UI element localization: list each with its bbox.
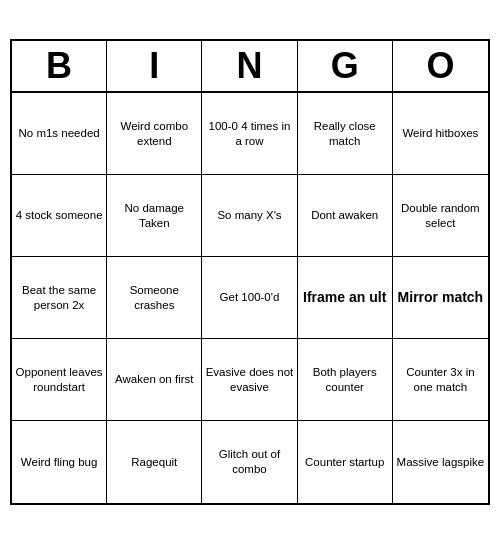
- bingo-cell-5[interactable]: 4 stock someone: [12, 175, 107, 257]
- header-letter-O: O: [393, 41, 488, 91]
- bingo-grid: No m1s neededWeird combo extend100-0 4 t…: [12, 93, 488, 503]
- bingo-cell-21[interactable]: Ragequit: [107, 421, 202, 503]
- bingo-cell-12[interactable]: Get 100-0'd: [202, 257, 297, 339]
- bingo-cell-16[interactable]: Awaken on first: [107, 339, 202, 421]
- header-letter-N: N: [202, 41, 297, 91]
- bingo-cell-15[interactable]: Opponent leaves roundstart: [12, 339, 107, 421]
- bingo-cell-20[interactable]: Weird fling bug: [12, 421, 107, 503]
- bingo-cell-6[interactable]: No damage Taken: [107, 175, 202, 257]
- bingo-cell-19[interactable]: Counter 3x in one match: [393, 339, 488, 421]
- bingo-cell-3[interactable]: Really close match: [298, 93, 393, 175]
- bingo-cell-14[interactable]: Mirror match: [393, 257, 488, 339]
- bingo-cell-13[interactable]: Iframe an ult: [298, 257, 393, 339]
- bingo-cell-8[interactable]: Dont awaken: [298, 175, 393, 257]
- bingo-cell-2[interactable]: 100-0 4 times in a row: [202, 93, 297, 175]
- bingo-cell-23[interactable]: Counter startup: [298, 421, 393, 503]
- header-letter-G: G: [298, 41, 393, 91]
- header-letter-I: I: [107, 41, 202, 91]
- bingo-cell-18[interactable]: Both players counter: [298, 339, 393, 421]
- bingo-cell-10[interactable]: Beat the same person 2x: [12, 257, 107, 339]
- header-letter-B: B: [12, 41, 107, 91]
- bingo-cell-4[interactable]: Weird hitboxes: [393, 93, 488, 175]
- bingo-cell-17[interactable]: Evasive does not evasive: [202, 339, 297, 421]
- bingo-cell-1[interactable]: Weird combo extend: [107, 93, 202, 175]
- bingo-cell-22[interactable]: Glitch out of combo: [202, 421, 297, 503]
- bingo-header: BINGO: [12, 41, 488, 93]
- bingo-cell-0[interactable]: No m1s needed: [12, 93, 107, 175]
- bingo-cell-11[interactable]: Someone crashes: [107, 257, 202, 339]
- bingo-card: BINGO No m1s neededWeird combo extend100…: [10, 39, 490, 505]
- bingo-cell-24[interactable]: Massive lagspike: [393, 421, 488, 503]
- bingo-cell-9[interactable]: Double random select: [393, 175, 488, 257]
- bingo-cell-7[interactable]: So many X's: [202, 175, 297, 257]
